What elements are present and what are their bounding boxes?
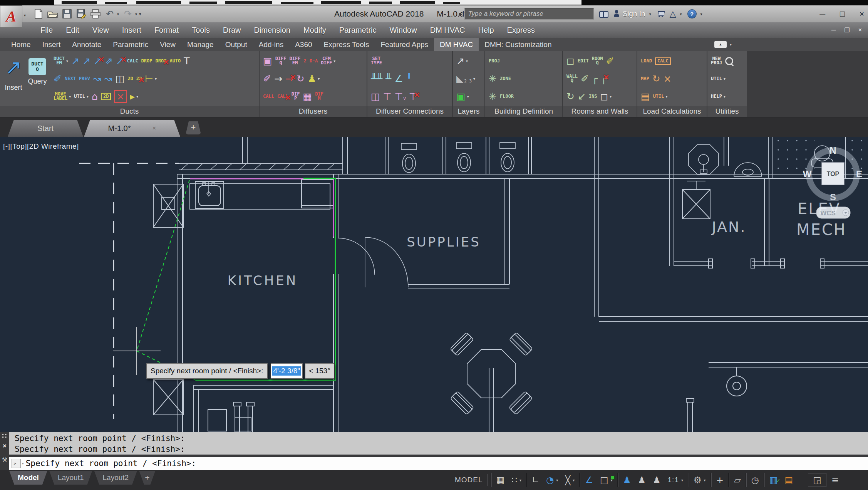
single-connection-button[interactable]: ╨ (385, 74, 391, 84)
menu-dimension[interactable]: Dimension (247, 22, 297, 38)
menu-insert[interactable]: Insert (116, 22, 148, 38)
next-button[interactable]: NEXT (65, 77, 76, 81)
annotation-autoscale-button[interactable]: ♟ (634, 475, 649, 485)
trusted-autoloader-button[interactable]: ▤ (781, 475, 796, 485)
wall-q-button[interactable]: WALL Q (566, 74, 578, 83)
match-wall-button[interactable]: ✐ (581, 74, 589, 84)
customization-menu-button[interactable]: ≡ (828, 475, 842, 485)
erase-duct-run-button[interactable]: ↗× (116, 56, 124, 66)
ribbon-collapse-dropdown-icon[interactable]: ▾ (730, 42, 732, 47)
ribbon-tab-manage[interactable]: Manage (181, 38, 220, 51)
graphics-performance-button[interactable]: ▥✓ (766, 475, 781, 485)
refresh-loads-button[interactable]: ↻ (652, 74, 660, 84)
clear-loads-button[interactable]: × (664, 74, 672, 84)
search-binoculars-icon[interactable] (599, 11, 608, 17)
viewport-controls-label[interactable]: [-][Top][2D Wireframe] (3, 142, 79, 151)
map-button[interactable]: MAP (641, 77, 649, 81)
plot-icon[interactable] (90, 8, 101, 19)
annotation-visibility-button[interactable]: ♟ (620, 475, 635, 485)
erase-boxed-button[interactable]: × (114, 90, 127, 103)
duct-em-button[interactable]: DUCT EM▾ (54, 57, 68, 65)
tab-close-icon[interactable]: × (152, 124, 156, 132)
erase-connection-button[interactable]: ⊤× (409, 92, 417, 101)
menu-draw[interactable]: Draw (216, 22, 248, 38)
fullscreen-toggle-button[interactable]: ◲ (808, 473, 826, 487)
layer-draw-button[interactable]: ↗▾ (456, 56, 468, 66)
diff-em-button[interactable]: DIFF EM (290, 57, 301, 65)
help-button[interactable]: HELP▾ (711, 94, 726, 99)
erase-wall-button[interactable]: ┌× (601, 74, 607, 84)
prev-button[interactable]: PREV (79, 77, 90, 81)
calc-button[interactable]: CALC (127, 59, 138, 63)
ribbon-tab-add-ins[interactable]: Add-ins (253, 38, 289, 51)
clean-screen-timer-button[interactable]: ◷ (748, 475, 762, 485)
new-proj-button[interactable]: NEW PROJ (711, 57, 722, 65)
ribbon-tab-home[interactable]: Home (5, 38, 37, 51)
save-icon[interactable] (62, 8, 72, 19)
d-a-button[interactable]: D-A (310, 59, 318, 63)
new-layout-button[interactable]: + (139, 471, 155, 485)
command-input-line[interactable]: >_ ▾ Specify next room point / <Finish>: (9, 457, 868, 470)
drop-erase-button[interactable]: DROP× (156, 59, 167, 63)
vertical-connection-button[interactable]: ╹ (406, 74, 412, 84)
menu-help[interactable]: Help (471, 22, 500, 38)
edit-button[interactable]: EDIT (578, 59, 589, 63)
autocad-logo[interactable]: A (0, 5, 22, 28)
layer-iso-button[interactable]: ▣▾ (456, 92, 469, 101)
pole-connection-button[interactable]: ⊤ (383, 92, 392, 101)
erase-duct-button[interactable]: ↗× (94, 56, 102, 66)
command-close-icon[interactable]: × (3, 442, 7, 450)
disconnect-diffuser-button[interactable]: →× (285, 74, 293, 84)
room-q-button[interactable]: ROOM Q (592, 57, 603, 65)
connect-diffuser-button[interactable]: → (274, 74, 282, 84)
match-duct-button[interactable]: ✐ (54, 74, 62, 84)
wall-corner-button[interactable]: ┌ (592, 74, 598, 84)
pole-v-connection-button[interactable]: ⊤V (394, 92, 406, 101)
sign-in-avatar-icon[interactable] (614, 10, 619, 18)
qat-customize-icon[interactable]: ▾ (139, 12, 141, 17)
section-connection-button[interactable]: ◫ (371, 92, 380, 101)
cfm-diff-button[interactable]: CFM DIFF▾ (321, 57, 335, 65)
minimize-button[interactable]: ─ (819, 9, 825, 18)
menu-tools[interactable]: Tools (185, 22, 216, 38)
ribbon-tab-output[interactable]: Output (220, 38, 253, 51)
room-tools-button[interactable]: ◻▾ (600, 92, 612, 101)
tee-fitting-button[interactable]: T (184, 56, 189, 66)
command-drag-grip[interactable] (2, 434, 8, 438)
create-room-button[interactable]: ◻ (566, 56, 575, 66)
doc-restore-button[interactable]: ❐ (844, 27, 850, 34)
diffuser-button[interactable]: ▣ (263, 56, 272, 66)
menu-parametric[interactable]: Parametric (333, 22, 383, 38)
ribbon-tab-view[interactable]: View (154, 38, 181, 51)
2d-boxed-button[interactable]: 2D (101, 93, 111, 100)
a360-dropdown-icon[interactable]: ▾ (680, 12, 682, 16)
layer-2d-3d-button[interactable]: ◣2 3▾ (456, 74, 475, 84)
sign-in-button[interactable]: Sign In (622, 10, 645, 18)
two-way-button[interactable]: 2 (303, 59, 306, 63)
move-label-button[interactable]: MOVE LABEL▾ (54, 92, 71, 101)
search-input[interactable] (464, 8, 594, 20)
ribbon-tab-annotate[interactable]: Annotate (66, 38, 107, 51)
diff-q-button[interactable]: DIFF Q (275, 57, 287, 65)
occupant-button[interactable]: ♟▾ (308, 74, 320, 84)
save-as-icon[interactable] (76, 8, 87, 19)
menu-express[interactable]: Express (501, 22, 541, 38)
app-store-cart-icon[interactable] (657, 11, 665, 17)
drawing-viewport[interactable]: KITCHEN SUPPLIES JAN. ELEV MECH N W E S … (0, 137, 868, 432)
annotation-scale-value-button[interactable]: 1:1▾ (664, 476, 687, 484)
call-erase-button[interactable]: CALL× (277, 94, 288, 99)
utilities-util-button[interactable]: UTIL▾ (711, 77, 726, 81)
grid-display-button[interactable]: ▦ (493, 475, 508, 485)
zone-button[interactable]: ZONE (500, 77, 511, 81)
ribbon-tab-a360[interactable]: A360 (289, 38, 318, 51)
isometric-drafting-button[interactable]: ╳▾ (561, 475, 578, 485)
drop-button[interactable]: DROP (141, 59, 152, 63)
model-space-toggle-button[interactable]: MODEL (450, 474, 488, 486)
wcs-menu[interactable]: WCS (816, 207, 850, 218)
wrench-icon[interactable]: ⚒ (2, 456, 7, 463)
ribbon-tab-dm-hvac[interactable]: DM HVAC (434, 38, 479, 51)
menu-edit[interactable]: Edit (59, 22, 85, 38)
menu-dm-hvac[interactable]: DM HVAC (424, 22, 472, 38)
floor-button[interactable]: FLOOR (500, 94, 514, 99)
doc-minimize-button[interactable]: ─ (831, 27, 836, 34)
